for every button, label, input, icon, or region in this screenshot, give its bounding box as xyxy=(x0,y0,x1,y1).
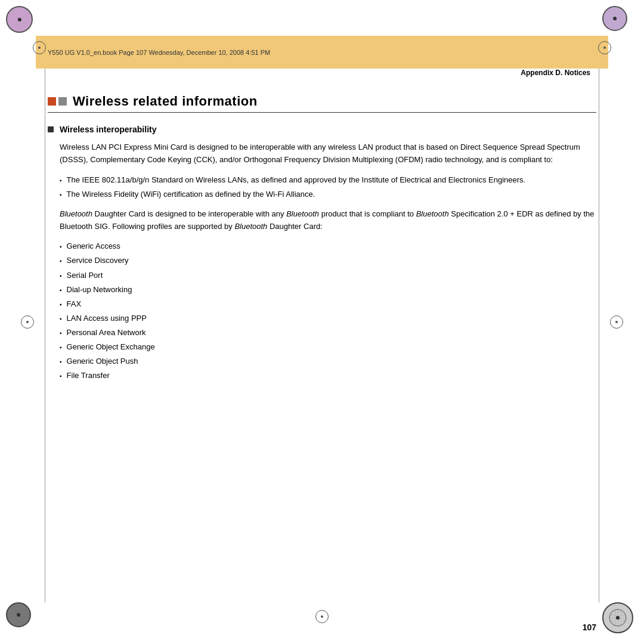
bt-profile-9-text: Generic Object Push xyxy=(67,355,138,368)
bt-profile-10-text: File Transfer xyxy=(67,369,110,382)
bluetooth-paragraph: Bluetooth Daughter Card is designed to b… xyxy=(48,208,596,233)
wifi-bullet-list: The IEEE 802.11a/b/g/n Standard on Wirel… xyxy=(48,174,596,201)
bt-profile-8-text: Generic Object Exchange xyxy=(67,340,155,354)
bt-profile-1-text: Generic Access xyxy=(67,240,120,253)
bt-profile-5: FAX xyxy=(60,298,596,311)
bt-text-4: Daughter Card: xyxy=(270,222,323,231)
section-title-row: Wireless related information xyxy=(48,94,596,113)
bt-profile-10: File Transfer xyxy=(60,369,596,382)
margin-line-right xyxy=(599,69,599,602)
bluetooth-italic-3: Bluetooth xyxy=(416,209,449,218)
bt-profile-3-text: Serial Port xyxy=(67,269,103,282)
wifi-bullet-2: The Wireless Fidelity (WiFi) certificati… xyxy=(60,188,596,201)
file-info-text: Y550 UG V1.0_en.book Page 107 Wednesday,… xyxy=(48,49,270,56)
page-number: 107 xyxy=(583,623,596,632)
svg-point-1 xyxy=(616,616,620,620)
wifi-bullet-1-text: The IEEE 802.11a/b/g/n Standard on Wirel… xyxy=(67,174,526,187)
corner-decoration-br xyxy=(602,602,638,638)
bt-profile-3: Serial Port xyxy=(60,269,596,282)
bt-profile-7-text: Personal Area Network xyxy=(67,326,146,339)
wireless-interoperability-section: Wireless interoperability Wireless LAN P… xyxy=(48,125,596,382)
bt-profile-6-text: LAN Access using PPP xyxy=(67,312,147,325)
reg-mark-bottom-mid xyxy=(315,610,329,623)
subsection-title: Wireless interoperability xyxy=(48,125,596,134)
bluetooth-italic-4: Bluetooth xyxy=(234,222,267,231)
wireless-paragraph-1: Wireless LAN PCI Express Mini Card is de… xyxy=(48,141,596,166)
margin-line-left xyxy=(45,69,45,602)
main-content: Appendix D. Notices Wireless related inf… xyxy=(48,69,596,596)
top-bar: Y550 UG V1.0_en.book Page 107 Wednesday,… xyxy=(36,36,608,69)
square-orange xyxy=(48,97,56,106)
bt-profile-7: Personal Area Network xyxy=(60,326,596,339)
reg-mark-top-bar-right xyxy=(598,41,611,54)
section-header: Appendix D. Notices xyxy=(48,69,596,82)
square-gray xyxy=(58,97,67,106)
bluetooth-profile-list: Generic Access Service Discovery Serial … xyxy=(48,240,596,382)
reg-mark-right-mid xyxy=(610,315,623,329)
bt-profile-9: Generic Object Push xyxy=(60,355,596,368)
bt-text-2: product that is compliant to xyxy=(321,209,416,218)
wifi-bullet-1: The IEEE 802.11a/b/g/n Standard on Wirel… xyxy=(60,174,596,187)
svg-point-0 xyxy=(609,609,626,626)
corner-decoration-bl xyxy=(6,602,42,638)
bt-profile-2-text: Service Discovery xyxy=(67,254,129,267)
bt-profile-5-text: FAX xyxy=(67,298,82,311)
bt-profile-4-text: Dial-up Networking xyxy=(67,283,132,296)
bluetooth-italic-1: Bluetooth xyxy=(60,209,92,218)
subsection-bullet xyxy=(48,126,54,132)
bluetooth-italic-2: Bluetooth xyxy=(286,209,319,218)
title-squares xyxy=(48,97,67,106)
bt-profile-1: Generic Access xyxy=(60,240,596,253)
bt-profile-6: LAN Access using PPP xyxy=(60,312,596,325)
wifi-bullet-2-text: The Wireless Fidelity (WiFi) certificati… xyxy=(67,188,315,201)
reg-mark-left-mid xyxy=(21,315,34,329)
bt-profile-8: Generic Object Exchange xyxy=(60,340,596,354)
subsection-title-text: Wireless interoperability xyxy=(60,125,156,134)
section-title: Wireless related information xyxy=(73,94,596,109)
reg-mark-top-bar-left xyxy=(33,41,46,54)
bt-profile-4: Dial-up Networking xyxy=(60,283,596,296)
bt-profile-2: Service Discovery xyxy=(60,254,596,267)
bt-text-1: Daughter Card is designed to be interope… xyxy=(95,209,287,218)
appendix-label: Appendix D. Notices xyxy=(521,69,590,77)
